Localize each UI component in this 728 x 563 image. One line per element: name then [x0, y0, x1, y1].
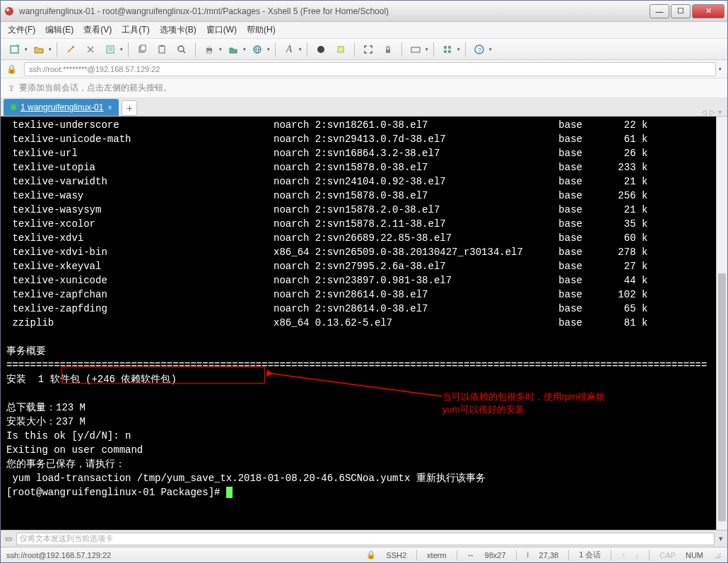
menu-tools[interactable]: 工具(T) — [122, 24, 149, 36]
tab-list-button[interactable]: ▾ — [718, 108, 722, 116]
find-button[interactable] — [173, 42, 190, 57]
package-row: texlive-unicode-math noarch 2:svn29413.0… — [6, 132, 722, 146]
dropdown-icon[interactable]: ▾ — [25, 47, 28, 52]
dropdown-icon[interactable]: ▾ — [489, 47, 492, 52]
dropdown-icon[interactable]: ▾ — [299, 47, 302, 52]
status-size: 98x27 — [485, 551, 506, 559]
dropdown-icon[interactable]: ▾ — [243, 47, 246, 52]
install-box-text: 软件包 (+246 依赖软件包) — [50, 374, 177, 385]
status-protocol: SSH2 — [386, 551, 406, 559]
dropdown-icon[interactable]: ▾ — [457, 47, 460, 52]
svg-rect-21 — [386, 49, 390, 53]
svg-rect-28 — [448, 50, 451, 53]
fullscreen-button[interactable] — [360, 42, 377, 57]
xftp-button[interactable] — [225, 42, 242, 57]
status-connection: ssh://root@192.168.57.129:22 — [6, 551, 366, 559]
cursor-icon: ⁞ — [527, 550, 529, 559]
annotation-arrow-icon — [265, 361, 449, 403]
lock-icon: 🔒 — [6, 64, 17, 74]
reconnect-button[interactable] — [62, 42, 79, 57]
new-tab-button[interactable]: + — [122, 100, 137, 116]
send-icon[interactable]: ▭ — [5, 534, 12, 543]
scrollbar-thumb[interactable] — [718, 273, 726, 521]
send-dropdown-icon[interactable]: ▾ — [719, 534, 723, 543]
send-input[interactable]: 仅将文本发送到当前选项卡 — [16, 533, 715, 545]
install-size: 安装大小：237 M — [6, 415, 722, 429]
tab-label: 1 wangruifenglinux-01 — [20, 102, 103, 112]
font-button[interactable]: A — [281, 42, 298, 57]
address-dropdown-icon[interactable]: ▾ — [719, 66, 722, 72]
open-button[interactable] — [30, 42, 47, 57]
new-session-button[interactable]: + — [6, 42, 23, 57]
help-button[interactable]: ? — [471, 42, 488, 57]
terminal[interactable]: texlive-underscore noarch 2:svn18261.0-3… — [1, 117, 727, 530]
session-tab[interactable]: 1 wangruifenglinux-01 × — [4, 99, 119, 116]
menu-view[interactable]: 查看(V) — [83, 24, 112, 36]
package-row: texlive-xcolor noarch 2:svn15878.2.11-38… — [6, 217, 722, 231]
hint-text: 要添加当前会话，点击左侧的箭头按钮。 — [19, 82, 172, 94]
menu-window[interactable]: 窗口(W) — [206, 24, 237, 36]
statusbar: ssh://root@192.168.57.129:22 🔒 SSH2 xter… — [1, 547, 727, 562]
app-icon — [4, 6, 15, 17]
package-row: texlive-url noarch 2:svn16864.3.2-38.el7… — [6, 146, 722, 160]
globe-button[interactable] — [249, 42, 266, 57]
size-icon: ↔ — [467, 551, 475, 559]
hint-icon[interactable]: ⇪ — [8, 83, 15, 93]
menu-edit[interactable]: 编辑(E) — [45, 24, 74, 36]
exiting-message: Exiting on user command — [6, 443, 722, 457]
package-row: texlive-xdvi-bin x86_64 2:svn26509.0-38.… — [6, 245, 722, 259]
svg-point-0 — [5, 7, 13, 16]
summary-header: 事务概要 — [6, 344, 722, 358]
lock-button[interactable] — [380, 42, 397, 57]
color-button[interactable] — [312, 42, 329, 57]
svg-rect-8 — [141, 45, 146, 51]
minimize-button[interactable]: — — [650, 4, 669, 18]
dropdown-icon[interactable]: ▾ — [425, 47, 428, 52]
disconnect-button[interactable] — [82, 42, 99, 57]
blank-row — [6, 330, 722, 344]
copy-button[interactable] — [134, 42, 151, 57]
package-row: texlive-utopia noarch 2:svn15878.0-38.el… — [6, 160, 722, 174]
resize-grip-icon[interactable] — [713, 551, 722, 559]
dropdown-icon[interactable]: ▾ — [49, 47, 52, 52]
saved-message: 您的事务已保存，请执行： — [6, 457, 722, 471]
tile-button[interactable] — [439, 42, 456, 57]
down-icon: ↓ — [635, 551, 640, 559]
window-controls: — ☐ ✕ — [648, 4, 724, 18]
package-row: texlive-zapfding noarch 2:svn28614.0-38.… — [6, 302, 722, 316]
terminal-scrollbar[interactable] — [716, 117, 727, 530]
menu-help[interactable]: 帮助(H) — [247, 24, 276, 36]
svg-rect-27 — [444, 50, 447, 53]
dropdown-icon[interactable]: ▾ — [267, 47, 270, 52]
tab-prev-button[interactable]: ◁ — [701, 108, 707, 116]
titlebar: wangruifenglinux-01 - root@wangruifengli… — [1, 1, 727, 22]
package-row: texlive-underscore noarch 2:svn18261.0-3… — [6, 118, 722, 132]
status-cursor: 27,38 — [539, 551, 559, 559]
menu-file[interactable]: 文件(F) — [8, 24, 35, 36]
maximize-button[interactable]: ☐ — [671, 4, 691, 18]
send-placeholder: 仅将文本发送到当前选项卡 — [20, 533, 113, 544]
address-text: ssh://root:********@192.168.57.129:22 — [29, 65, 160, 73]
address-input[interactable]: ssh://root:********@192.168.57.129:22 — [24, 62, 716, 76]
properties-button[interactable] — [102, 42, 119, 57]
annotation-text: 当可以依赖的包很多时，使用rpm很麻烦 yum可以很好的安装 — [442, 391, 605, 416]
print-button[interactable] — [201, 42, 218, 57]
svg-rect-22 — [411, 47, 420, 52]
status-dot-icon — [11, 105, 16, 110]
menu-tabs[interactable]: 选项卡(B) — [160, 24, 196, 36]
svg-rect-9 — [159, 46, 165, 53]
paste-button[interactable] — [153, 42, 170, 57]
package-row: texlive-xunicode noarch 2:svn23897.0.981… — [6, 273, 722, 288]
tab-close-button[interactable]: × — [107, 104, 112, 112]
svg-rect-25 — [444, 46, 447, 49]
tab-next-button[interactable]: ▷ — [710, 108, 715, 116]
addressbar: 🔒 ssh://root:********@192.168.57.129:22 … — [1, 60, 727, 78]
dropdown-icon[interactable]: ▾ — [219, 47, 222, 52]
keyboard-button[interactable] — [407, 42, 424, 57]
package-row: texlive-wasy noarch 2:svn15878.0-38.el7 … — [6, 189, 722, 203]
svg-rect-10 — [160, 45, 163, 47]
close-button[interactable]: ✕ — [692, 4, 724, 18]
dropdown-icon[interactable]: ▾ — [120, 47, 123, 52]
status-term-type: xterm — [427, 551, 447, 559]
highlight-button[interactable] — [332, 42, 349, 57]
